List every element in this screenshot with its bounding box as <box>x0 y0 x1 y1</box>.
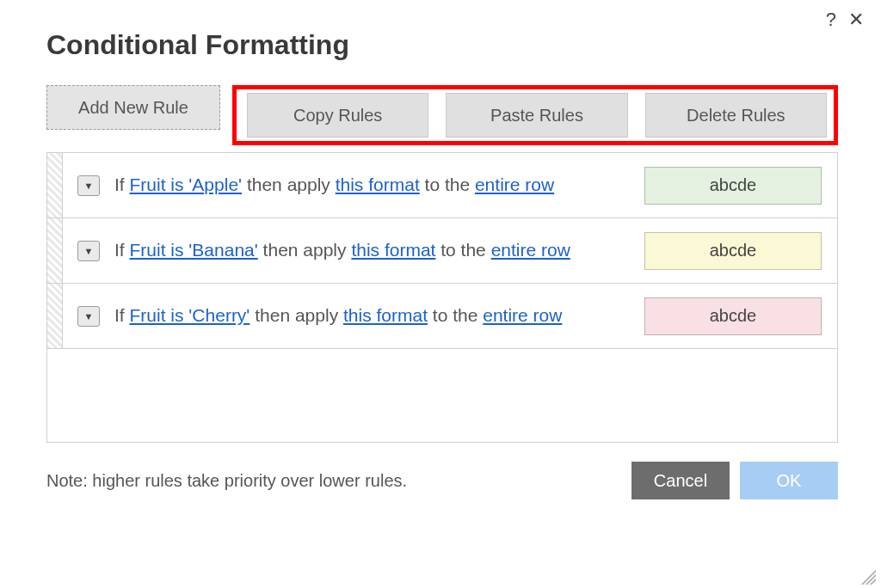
add-new-rule-button[interactable]: Add New Rule <box>46 85 220 130</box>
rule-menu-cell: ▼ <box>63 218 114 283</box>
rules-list: ▼If Fruit is 'Apple' then apply this for… <box>46 152 838 443</box>
rule-format-preview[interactable]: abcde <box>644 167 822 205</box>
rule-format-preview[interactable]: abcde <box>644 232 822 270</box>
rule-row: ▼If Fruit is 'Apple' then apply this for… <box>47 153 837 218</box>
rule-row: ▼If Fruit is 'Banana' then apply this fo… <box>47 218 837 284</box>
rule-sample-cell: abcde <box>639 284 837 348</box>
ok-button[interactable]: OK <box>740 462 838 499</box>
rule-format-link[interactable]: this format <box>336 175 420 194</box>
rule-format-link[interactable]: this format <box>351 240 435 260</box>
resize-grip-icon[interactable] <box>857 566 876 585</box>
rule-row: ▼If Fruit is 'Cherry' then apply this fo… <box>47 284 837 349</box>
paste-rules-button[interactable]: Paste Rules <box>446 93 627 138</box>
rule-condition-link[interactable]: Fruit is 'Cherry' <box>130 305 250 325</box>
dialog-title: Conditional Formatting <box>46 29 838 61</box>
rule-scope-link[interactable]: entire row <box>475 175 554 194</box>
rule-scope-link[interactable]: entire row <box>491 240 570 260</box>
annotation-highlight: Copy Rules Paste Rules Delete Rules <box>232 85 838 145</box>
rule-scope-link[interactable]: entire row <box>483 305 562 325</box>
title-bar-icons: ? ✕ <box>826 9 864 31</box>
rule-menu-cell: ▼ <box>63 153 114 217</box>
rule-condition-link[interactable]: Fruit is 'Apple' <box>130 175 243 194</box>
cancel-button[interactable]: Cancel <box>631 462 730 499</box>
rule-sample-cell: abcde <box>639 153 837 217</box>
copy-rules-button[interactable]: Copy Rules <box>247 93 428 138</box>
rule-menu-button[interactable]: ▼ <box>77 241 100 261</box>
chevron-down-icon: ▼ <box>84 181 94 191</box>
rule-description: If Fruit is 'Cherry' then apply this for… <box>114 284 639 348</box>
rule-description: If Fruit is 'Apple' then apply this form… <box>114 153 639 217</box>
chevron-down-icon: ▼ <box>84 311 94 322</box>
rule-menu-button[interactable]: ▼ <box>77 175 100 196</box>
rule-condition-link[interactable]: Fruit is 'Banana' <box>130 240 258 260</box>
help-icon[interactable]: ? <box>826 9 836 31</box>
dialog-footer: Note: higher rules take priority over lo… <box>46 462 838 499</box>
close-icon[interactable]: ✕ <box>848 9 864 31</box>
rule-drag-handle[interactable] <box>47 153 63 217</box>
delete-rules-button[interactable]: Delete Rules <box>645 93 827 138</box>
rule-description: If Fruit is 'Banana' then apply this for… <box>114 218 639 283</box>
rule-drag-handle[interactable] <box>47 284 63 348</box>
rule-drag-handle[interactable] <box>47 218 63 283</box>
rule-menu-button[interactable]: ▼ <box>77 306 100 327</box>
priority-note: Note: higher rules take priority over lo… <box>46 471 621 491</box>
rule-menu-cell: ▼ <box>63 284 114 348</box>
rule-format-link[interactable]: this format <box>343 305 428 325</box>
rule-format-preview[interactable]: abcde <box>644 297 822 335</box>
rules-toolbar: Add New Rule Copy Rules Paste Rules Dele… <box>46 85 838 145</box>
conditional-formatting-dialog: ? ✕ Conditional Formatting Add New Rule … <box>46 9 838 499</box>
rule-sample-cell: abcde <box>639 218 837 283</box>
chevron-down-icon: ▼ <box>84 246 94 256</box>
